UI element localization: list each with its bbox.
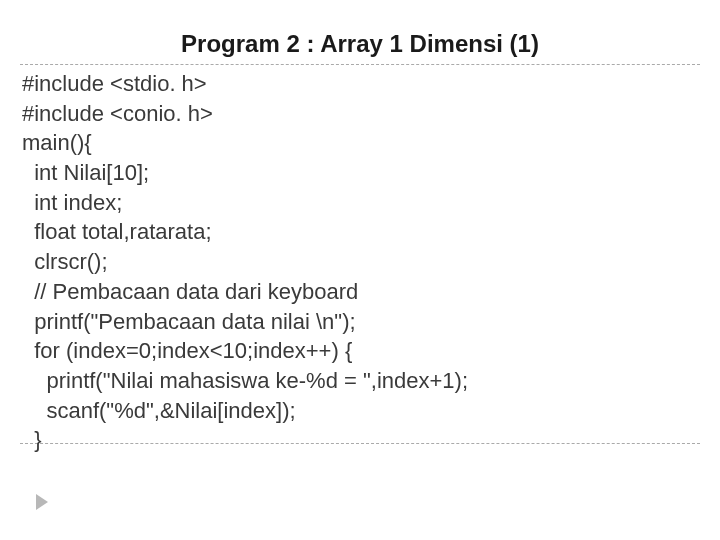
code-line: main(){ bbox=[22, 128, 700, 158]
code-line: // Pembacaan data dari keyboard bbox=[22, 277, 700, 307]
code-line: #include <conio. h> bbox=[22, 99, 700, 129]
code-line: float total,ratarata; bbox=[22, 217, 700, 247]
title-divider-top bbox=[20, 64, 700, 65]
code-line: printf("Pembacaan data nilai \n"); bbox=[22, 307, 700, 337]
bottom-divider bbox=[20, 443, 700, 444]
code-line: scanf("%d",&Nilai[index]); bbox=[22, 396, 700, 426]
slide-title: Program 2 : Array 1 Dimensi (1) bbox=[20, 30, 700, 58]
code-line: #include <stdio. h> bbox=[22, 69, 700, 99]
play-arrow-icon bbox=[36, 494, 48, 510]
code-block: #include <stdio. h> #include <conio. h> … bbox=[20, 69, 700, 455]
code-line: printf("Nilai mahasiswa ke-%d = ",index+… bbox=[22, 366, 700, 396]
code-line: int index; bbox=[22, 188, 700, 218]
code-line: for (index=0;index<10;index++) { bbox=[22, 336, 700, 366]
code-line: int Nilai[10]; bbox=[22, 158, 700, 188]
code-line: clrscr(); bbox=[22, 247, 700, 277]
code-line: } bbox=[22, 425, 700, 455]
